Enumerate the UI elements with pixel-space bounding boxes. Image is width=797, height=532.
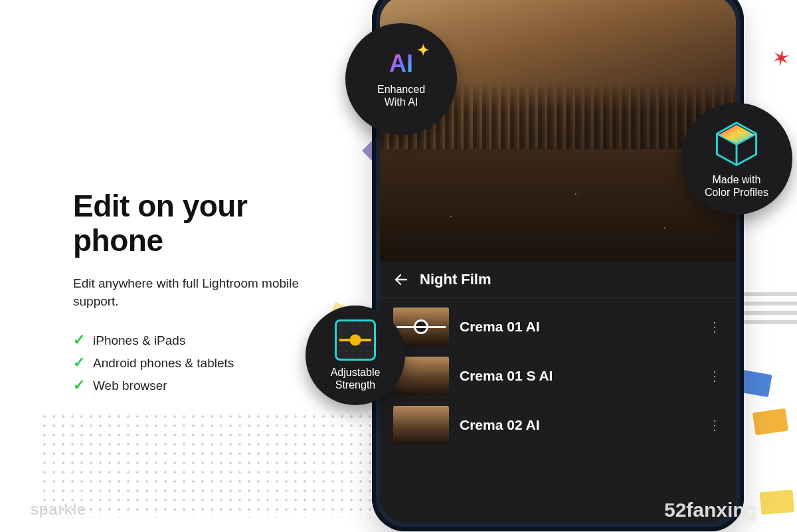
badge-label: Enhanced With AI — [377, 83, 425, 108]
decor-tab-orange — [753, 408, 788, 436]
preset-section-header: Night Film — [380, 262, 736, 298]
decor-dot-grid — [40, 412, 385, 518]
decor-red-star: ✶ — [770, 44, 793, 73]
ai-glyph-icon: AI ✦ — [389, 50, 413, 78]
preset-list: Crema 01 AI ⋮ Crema 01 S AI ⋮ Crema 02 A… — [380, 298, 736, 454]
badge-color-profiles: Made with Color Profiles — [681, 103, 792, 215]
kebab-menu-icon[interactable]: ⋮ — [708, 417, 723, 433]
preset-label: Crema 01 AI — [460, 319, 697, 335]
feature-label: Web browser — [93, 376, 167, 395]
sparkle-icon: ✦ — [417, 42, 429, 59]
decor-tab-yellow — [760, 489, 795, 515]
badge-adjustable-strength: Adjustable Strength — [306, 306, 405, 405]
watermark-left: sparkle — [31, 500, 86, 519]
preset-row[interactable]: Crema 01 AI ⋮ — [380, 302, 736, 351]
cube-icon — [712, 119, 761, 168]
kebab-menu-icon[interactable]: ⋮ — [708, 368, 723, 384]
feature-label: Android phones & tablets — [93, 353, 234, 373]
check-icon: ✓ — [73, 329, 86, 351]
feature-label: iPhones & iPads — [93, 331, 185, 350]
preset-row[interactable]: Crema 01 S AI ⋮ — [380, 351, 736, 400]
badge-ai-enhanced: AI ✦ Enhanced With AI — [345, 23, 457, 135]
feature-list: ✓ iPhones & iPads ✓ Android phones & tab… — [73, 329, 325, 397]
check-icon: ✓ — [73, 351, 86, 374]
preset-label: Crema 01 S AI — [460, 368, 697, 384]
kebab-menu-icon[interactable]: ⋮ — [708, 319, 723, 335]
watermark-right: 52fanxing — [664, 499, 757, 521]
badge-label: Made with Color Profiles — [705, 173, 768, 199]
feature-item: ✓ Android phones & tablets — [73, 351, 325, 374]
badge-label: Adjustable Strength — [331, 366, 381, 391]
svg-marker-3 — [719, 125, 754, 143]
marketing-copy: Edit on your phone Edit anywhere with fu… — [73, 189, 325, 397]
feature-item: ✓ Web browser — [73, 374, 325, 397]
check-icon: ✓ — [73, 374, 86, 397]
back-arrow-icon[interactable] — [393, 272, 409, 288]
feature-item: ✓ iPhones & iPads — [73, 329, 325, 351]
subtitle: Edit anywhere with full Lightroom mobile… — [73, 275, 325, 310]
preset-label: Crema 02 AI — [460, 417, 697, 433]
preset-section-title: Night Film — [420, 271, 491, 288]
preset-row[interactable]: Crema 02 AI ⋮ — [380, 400, 736, 450]
strength-slider-icon — [335, 319, 376, 361]
headline: Edit on your phone — [73, 189, 325, 258]
preset-thumbnail — [393, 406, 449, 444]
